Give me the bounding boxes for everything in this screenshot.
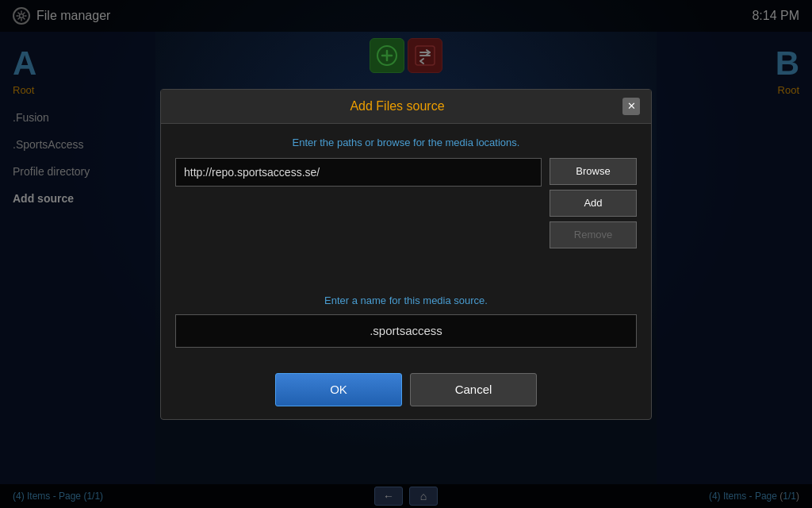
source-url-input[interactable] [175, 158, 542, 187]
modal-close-button[interactable]: ✕ [622, 98, 640, 115]
source-name-input[interactable] [175, 314, 637, 348]
modal-footer: OK Cancel [161, 360, 651, 419]
modal-path-hint: Enter the paths or browse for the media … [175, 137, 637, 148]
ok-button[interactable]: OK [275, 373, 402, 406]
modal-header: Add Files source ✕ [161, 90, 651, 124]
add-button[interactable]: Add [550, 190, 637, 217]
modal-overlay: Add Files source ✕ Enter the paths or br… [0, 0, 812, 508]
add-files-source-dialog: Add Files source ✕ Enter the paths or br… [160, 89, 652, 420]
cancel-button[interactable]: Cancel [410, 373, 537, 406]
modal-title: Add Files source [172, 99, 622, 114]
modal-body: Enter the paths or browse for the media … [161, 124, 651, 360]
modal-spacer [175, 255, 637, 294]
modal-name-hint: Enter a name for this media source. [175, 294, 637, 306]
remove-button[interactable]: Remove [550, 221, 637, 248]
source-action-buttons: Browse Add Remove [550, 158, 637, 248]
source-input-row: Browse Add Remove [175, 158, 637, 248]
browse-button[interactable]: Browse [550, 158, 637, 185]
